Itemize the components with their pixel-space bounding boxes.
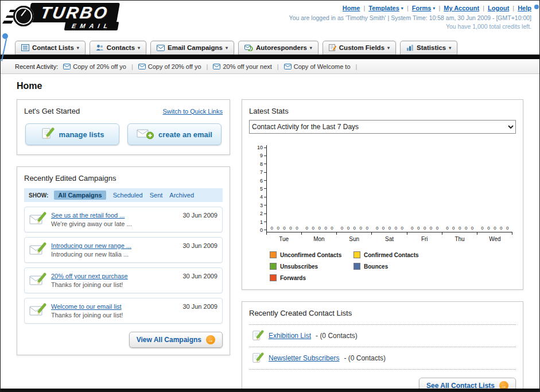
contacts-icon: [96, 44, 104, 51]
header: TURBO EMAIL Home|Templates▾|Forms▾|My Ac…: [1, 1, 539, 37]
envelope-pencil-icon: [29, 303, 46, 317]
envelope-icon: [63, 64, 71, 69]
campaign-title-link[interactable]: Welcome to our email list: [51, 303, 178, 310]
tab-contacts[interactable]: Contacts ▾: [90, 41, 146, 55]
latest-stats-title: Latest Stats: [249, 107, 516, 115]
dropdown-caret-icon: ▾: [138, 45, 140, 51]
page-title: Home: [17, 81, 523, 91]
recent-activity-item[interactable]: Copy of Welcome to: [284, 63, 351, 70]
tab-label: Contacts: [107, 44, 135, 51]
latest-stats-panel: Latest Stats Contact Activity for the La…: [242, 99, 523, 290]
y-axis-label: 3: [260, 203, 266, 208]
tab-label: Autoresponders: [256, 44, 307, 51]
activity-separator: |: [277, 63, 279, 70]
filter-sent[interactable]: Sent: [150, 192, 163, 199]
filter-archived[interactable]: Archived: [169, 192, 194, 199]
arrow-icon: →: [206, 335, 215, 344]
legend-item: Forwards: [270, 274, 353, 281]
contact-list-link[interactable]: Exhibition List: [269, 332, 311, 340]
bar-value: 0: [487, 226, 490, 231]
manage-lists-label: manage lists: [59, 130, 104, 139]
nav-link-templates[interactable]: Templates: [368, 5, 399, 11]
tab-statistics[interactable]: Statistics ▾: [400, 41, 457, 55]
tab-label: Contact Lists: [32, 44, 74, 51]
switch-quick-links-link[interactable]: Switch to Quick Links: [162, 108, 223, 115]
filter-all-campaigns[interactable]: All Campaigns: [54, 191, 106, 200]
nav-link-forms[interactable]: Forms: [412, 5, 432, 11]
campaign-date: 30 Jun 2009: [182, 212, 217, 219]
bar-value: 0: [277, 226, 279, 231]
activity-separator: |: [131, 63, 133, 70]
top-nav: Home|Templates▾|Forms▾|My Account|Logout…: [289, 5, 531, 11]
manage-lists-button[interactable]: manage lists: [25, 123, 119, 145]
bar-value: 0: [376, 226, 378, 231]
recent-campaigns-panel: Recently Edited Campaigns SHOW: All Camp…: [17, 166, 230, 355]
value-group-tue: 00000: [267, 226, 302, 231]
legend-label: Forwards: [280, 275, 306, 281]
tab-email-campaigns[interactable]: Email Campaigns ▾: [150, 41, 234, 55]
contact-list-item: Newsletter Subscribers- (0 Contacts): [249, 347, 516, 370]
campaign-title-link[interactable]: See us at the retail food ...: [51, 212, 178, 219]
envelope-icon: [138, 64, 146, 69]
y-axis-label: 9: [260, 153, 266, 158]
bar-value: 0: [436, 226, 438, 231]
recent-campaigns-title: Recently Edited Campaigns: [24, 174, 223, 183]
legend-label: Bounces: [364, 263, 388, 270]
y-axis-label: 4: [260, 195, 266, 199]
value-group-thu: 00000: [442, 226, 477, 231]
tab-autoresponders[interactable]: Autoresponders ▾: [238, 41, 318, 55]
tab-custom-fields[interactable]: Custom Fields ▾: [323, 41, 396, 55]
x-axis-label: Sat: [372, 236, 407, 242]
main-nav-tabs: Contact Lists ▾ Contacts ▾ Email Campaig…: [1, 37, 539, 55]
view-all-campaigns-button[interactable]: View All Campaigns →: [129, 332, 223, 348]
campaign-date: 30 Jun 2009: [182, 242, 217, 249]
campaign-text: Introducing our new range ...Introducing…: [51, 242, 178, 258]
bar-value: 0: [324, 226, 327, 231]
recent-activity-item[interactable]: Copy of 20% off yo: [63, 63, 126, 70]
recent-activity-text: Copy of Welcome to: [294, 63, 351, 70]
activity-separator: |: [356, 63, 358, 70]
recent-activity-label: Recent Activity:: [15, 63, 58, 70]
bar-value: 0: [283, 226, 285, 231]
logo-email-text: EMAIL: [64, 22, 119, 30]
custom-fields-icon: [329, 44, 336, 51]
recent-activity-text: 20% off your next: [223, 63, 271, 70]
recent-activity-items: Copy of 20% off yo|Copy of 20% off yo|20…: [63, 63, 357, 70]
campaign-title-link[interactable]: Introducing our new range ...: [51, 242, 178, 249]
dropdown-caret-icon: ▾: [387, 45, 390, 51]
x-axis-tick: [302, 232, 337, 235]
contact-activity-chart: 109876543210 000000000000000000000000000…: [249, 145, 516, 242]
logo-text: TURBO EMAIL: [29, 3, 118, 30]
contact-list-link[interactable]: Newsletter Subscribers: [269, 354, 339, 362]
value-group-sat: 00000: [372, 226, 407, 231]
nav-link-home[interactable]: Home: [343, 5, 360, 11]
recent-activity-item[interactable]: 20% off your next: [213, 63, 271, 70]
nav-link-my-account[interactable]: My Account: [444, 5, 479, 11]
app-logo: TURBO EMAIL: [6, 3, 118, 30]
bar-value: 0: [417, 226, 419, 231]
campaign-title-link[interactable]: 20% off your next purchase: [51, 273, 178, 280]
tab-contact-lists[interactable]: Contact Lists ▾: [15, 41, 86, 55]
stats-period-select[interactable]: Contact Activity for the Last 7 Days: [249, 120, 516, 134]
bar-value: 0: [347, 226, 349, 231]
nav-link-help[interactable]: Help: [518, 5, 531, 11]
recent-contact-lists-title: Recently Created Contact Lists: [249, 309, 516, 317]
bar-value: 0: [366, 226, 368, 231]
email-campaigns-icon: [157, 45, 165, 51]
create-email-button[interactable]: create an email: [127, 123, 222, 145]
legend-item: Unconfirmed Contacts: [270, 251, 353, 258]
bar-value: 0: [331, 226, 333, 231]
bar-value: 0: [395, 226, 397, 231]
speedometer-icon: [13, 6, 34, 26]
x-axis-tick: [337, 232, 372, 235]
bar-value: 0: [411, 226, 413, 231]
nav-link-logout[interactable]: Logout: [488, 5, 509, 11]
recent-activity-text: Copy of 20% off yo: [73, 63, 126, 70]
logo-swoosh-dot: [2, 33, 8, 39]
recent-activity-item[interactable]: Copy of 20% off yo: [138, 63, 201, 70]
x-axis-label: Tue: [266, 236, 301, 242]
campaign-filters: All CampaignsScheduledSentArchived: [54, 191, 194, 200]
filter-scheduled[interactable]: Scheduled: [113, 192, 143, 199]
recent-activity-bar: Recent Activity: Copy of 20% off yo|Copy…: [1, 59, 539, 74]
campaign-item: Introducing our new range ...Introducing…: [24, 237, 223, 263]
